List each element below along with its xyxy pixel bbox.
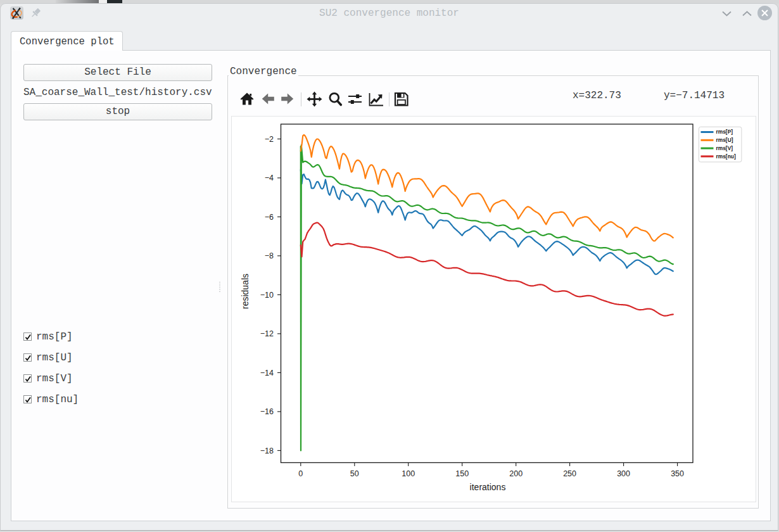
svg-text:−2: −2 [265,135,274,144]
svg-text:−6: −6 [265,213,274,222]
svg-text:−8: −8 [265,251,274,260]
svg-text:−14: −14 [260,369,274,377]
svg-text:iterations: iterations [470,482,506,492]
svg-text:100: 100 [402,469,415,478]
svg-text:−18: −18 [260,446,274,455]
svg-text:rms[U]: rms[U] [716,137,733,143]
svg-text:300: 300 [617,469,630,478]
svg-text:−16: −16 [260,407,274,416]
svg-text:−4: −4 [265,174,274,182]
svg-text:−10: −10 [260,291,274,300]
svg-text:200: 200 [509,469,522,478]
svg-text:150: 150 [455,469,469,478]
svg-text:50: 50 [350,469,359,478]
svg-text:rms[V]: rms[V] [716,145,733,151]
svg-text:residuals: residuals [240,274,250,309]
svg-text:250: 250 [563,469,576,478]
svg-text:rms[P]: rms[P] [716,129,733,135]
svg-text:0: 0 [298,469,303,478]
svg-text:rms[nu]: rms[nu] [716,153,736,160]
svg-text:−12: −12 [260,329,274,338]
svg-text:350: 350 [671,469,684,478]
